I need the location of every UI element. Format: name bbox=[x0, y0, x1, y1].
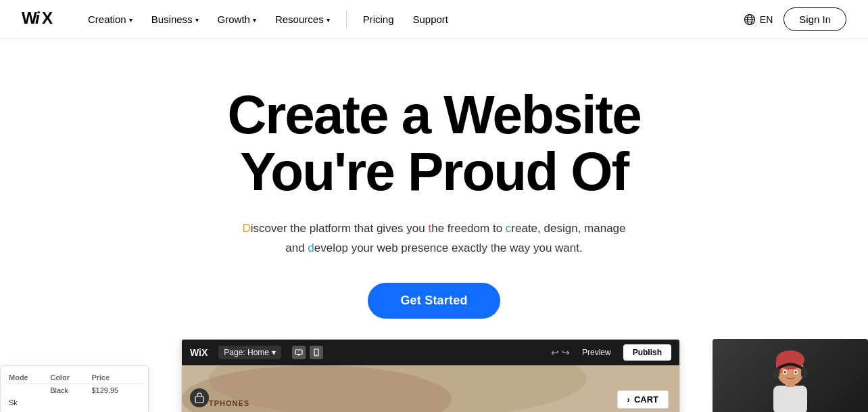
svg-rect-16 bbox=[773, 386, 807, 412]
editor-canvas: TPHONES › CART bbox=[182, 365, 679, 412]
table-row: Black $129.95 bbox=[6, 384, 143, 396]
cart-button[interactable]: › CART bbox=[617, 390, 669, 409]
col-mode: Mode bbox=[6, 371, 47, 384]
editor-preview: WiX Page: Home ▾ ↩ ↪ Preview Publish bbox=[181, 339, 680, 412]
preview-table-panel: Mode Color Price Black $129.95 Sk bbox=[0, 365, 149, 412]
preview-right-panel bbox=[713, 339, 868, 412]
cart-arrow-icon: › bbox=[627, 394, 630, 405]
chevron-down-icon: ▾ bbox=[195, 16, 199, 24]
preview-button[interactable]: Preview bbox=[575, 345, 618, 360]
lang-label: EN bbox=[760, 14, 773, 25]
hero-section: Create a Website You're Proud Of Discove… bbox=[0, 39, 868, 339]
hero-subtitle: Discover the platform that gives you the… bbox=[238, 219, 630, 258]
nav-item-support[interactable]: Support bbox=[405, 8, 457, 30]
nav-item-business[interactable]: Business ▾ bbox=[143, 8, 207, 30]
preview-strip: Mode Color Price Black $129.95 Sk bbox=[0, 339, 868, 412]
svg-rect-21 bbox=[773, 368, 779, 377]
svg-text:i: i bbox=[35, 9, 41, 27]
nav-divider bbox=[346, 10, 347, 29]
editor-wix-logo: WiX bbox=[190, 347, 208, 358]
svg-rect-15 bbox=[195, 396, 203, 403]
table-row: Sk bbox=[6, 396, 143, 409]
svg-point-12 bbox=[316, 354, 317, 355]
globe-icon bbox=[744, 14, 756, 26]
nav-business-label: Business bbox=[151, 14, 193, 25]
svg-rect-8 bbox=[295, 350, 302, 354]
nav-item-resources[interactable]: Resources ▾ bbox=[267, 8, 338, 30]
nav-item-pricing[interactable]: Pricing bbox=[355, 8, 402, 30]
publish-button[interactable]: Publish bbox=[623, 344, 671, 361]
hero-title: Create a Website You're Proud Of bbox=[227, 87, 640, 200]
col-price: Price bbox=[89, 371, 143, 384]
person-image bbox=[713, 339, 868, 412]
nav-growth-label: Growth bbox=[218, 14, 250, 25]
mobile-icon[interactable] bbox=[310, 346, 323, 359]
nav-item-growth[interactable]: Growth ▾ bbox=[210, 8, 264, 30]
editor-toolbar: WiX Page: Home ▾ ↩ ↪ Preview Publish bbox=[182, 340, 679, 365]
get-started-button[interactable]: Get Started bbox=[368, 283, 500, 319]
undo-button[interactable]: ↩ bbox=[551, 347, 559, 358]
svg-rect-22 bbox=[801, 368, 807, 377]
chevron-down-icon: ▾ bbox=[272, 348, 276, 357]
redo-button[interactable]: ↪ bbox=[562, 347, 570, 358]
col-color: Color bbox=[47, 371, 89, 384]
desktop-icon[interactable] bbox=[292, 346, 306, 359]
nav-links: Creation ▾ Business ▾ Growth ▾ Resources… bbox=[80, 8, 744, 30]
toolbar-right: ↩ ↪ Preview Publish bbox=[551, 344, 671, 361]
sign-in-button[interactable]: Sign In bbox=[783, 7, 846, 31]
svg-point-26 bbox=[795, 371, 797, 373]
nav-item-creation[interactable]: Creation ▾ bbox=[80, 8, 141, 30]
logo[interactable]: W i X bbox=[22, 9, 61, 30]
nav-resources-label: Resources bbox=[275, 14, 324, 25]
chevron-down-icon: ▾ bbox=[327, 16, 330, 24]
undo-redo-controls: ↩ ↪ bbox=[551, 347, 570, 358]
page-dropdown[interactable]: Page: Home ▾ bbox=[218, 346, 281, 359]
store-icon bbox=[190, 388, 209, 407]
chevron-down-icon: ▾ bbox=[253, 16, 256, 24]
language-selector[interactable]: EN bbox=[744, 14, 773, 26]
brand-name: TPHONES bbox=[209, 399, 249, 407]
svg-point-25 bbox=[784, 371, 786, 373]
chevron-down-icon: ▾ bbox=[129, 16, 132, 24]
navbar: W i X Creation ▾ Business ▾ Growth ▾ Res… bbox=[0, 0, 868, 39]
svg-text:X: X bbox=[42, 9, 53, 27]
toolbar-device-icons bbox=[292, 346, 323, 359]
nav-creation-label: Creation bbox=[88, 14, 126, 25]
nav-right: EN Sign In bbox=[744, 7, 846, 31]
